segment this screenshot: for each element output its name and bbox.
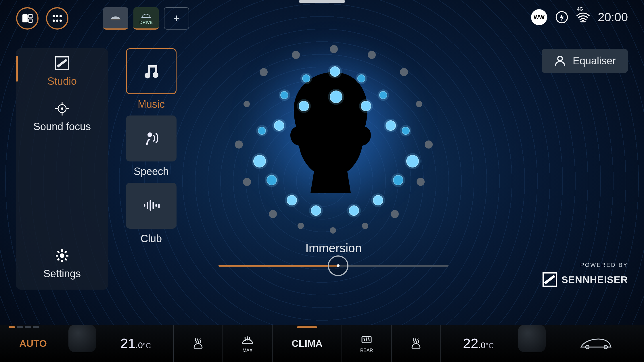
equaliser-button[interactable]: Equaliser [542,49,628,73]
viz-dot [280,91,288,99]
viz-dot [406,155,419,167]
svg-point-19 [558,56,562,61]
svg-point-8 [60,20,62,22]
music-icon [141,61,161,81]
svg-point-14 [61,107,63,110]
brand-name: SENNHEISER [561,274,628,285]
viz-dot [379,91,387,99]
preset-label: Speech [134,165,169,178]
speech-icon [141,128,161,149]
person-icon [554,55,566,67]
sidebar-item-label: Sound focus [33,121,91,133]
svg-rect-17 [155,65,157,73]
crosshair-icon [54,101,70,117]
climate-center-button[interactable]: CLIMA [292,338,323,349]
climate-bar: AUTO 21.0°C MAX CLIMA REAR [0,325,644,362]
immersion-visualisation [213,37,454,233]
sidebar-item-label: Settings [43,268,81,280]
viz-dot [386,120,396,131]
viz-dot [368,51,376,59]
viz-dot [302,74,310,82]
svg-rect-2 [29,19,32,22]
home-button[interactable] [16,7,39,30]
drag-handle[interactable] [299,0,345,3]
seat-heater-left-button[interactable] [191,325,205,362]
viz-dot [274,120,284,131]
seat-heater-right-button[interactable] [409,325,423,362]
svg-point-4 [56,15,58,17]
immersion-slider-block: Immersion [218,241,448,267]
defrost-rear-label: REAR [360,348,373,353]
viz-dot [269,210,277,218]
viz-dot [402,127,410,135]
immersion-slider[interactable] [218,265,448,267]
sidebar-item-settings[interactable]: Settings [43,248,81,280]
clock: 20:00 [598,10,628,24]
preset-speech[interactable]: Speech [126,115,177,178]
sidebar-item-label: Studio [47,75,77,87]
apps-button[interactable] [46,7,68,30]
viz-dot [258,127,266,135]
profile-badge[interactable]: WW [531,9,547,25]
head-silhouette [288,69,379,193]
viz-dot [393,175,403,185]
wireless-charging-icon [555,11,568,24]
shortcut-drive-label: DRIVE [139,20,153,25]
gear-icon [54,248,70,264]
defrost-front-button[interactable]: MAX [241,325,254,362]
svg-rect-1 [29,14,32,18]
viz-dot [253,155,266,167]
sennheiser-logo-icon [542,272,557,287]
viz-dot [330,90,342,103]
shortcut-drive[interactable]: DRIVE [133,7,159,30]
viz-dot [373,195,383,205]
powered-by-label: POWERED BY [542,262,628,268]
viz-dot [330,227,336,234]
sidebar-item-studio[interactable]: Studio [47,55,77,87]
viz-dot [391,210,399,218]
sennheiser-icon [54,55,70,71]
viz-dot [330,66,340,77]
viz-dot [349,205,359,216]
plus-icon: + [173,12,180,25]
viz-dot [235,140,243,149]
viz-dot [425,140,433,149]
svg-point-3 [53,15,55,17]
viz-dot [357,74,365,82]
svg-point-5 [60,15,62,17]
branding: POWERED BY SENNHEISER [542,262,628,287]
right-temperature[interactable]: 22.0°C [463,336,494,351]
svg-point-6 [53,20,55,22]
status-bar: WW 4G 20:00 [531,9,628,25]
svg-rect-9 [111,19,121,20]
svg-point-7 [56,20,58,22]
viz-dot [298,223,304,229]
preset-music[interactable]: Music [126,48,177,110]
sidebar-item-sound-focus[interactable]: Sound focus [33,101,91,133]
defrost-rear-button[interactable]: REAR [360,325,373,362]
svg-point-15 [60,253,64,258]
shortcut-add[interactable]: + [164,7,189,30]
slider-thumb[interactable] [328,255,348,276]
preset-label: Music [138,98,165,110]
vehicle-airflow-icon[interactable] [579,336,613,351]
shortcut-vehicle[interactable] [103,7,128,30]
viz-dot [260,68,268,76]
left-temperature[interactable]: 21.0°C [120,336,151,351]
viz-dot [267,175,277,185]
slider-label: Immersion [305,241,362,255]
viz-dot [243,178,251,186]
equaliser-label: Equaliser [573,55,616,67]
left-panel: Studio Sound focus Settings [16,48,108,290]
viz-dot [362,223,368,229]
right-dial[interactable] [518,325,546,352]
viz-dot [244,101,250,107]
left-dial[interactable] [68,325,96,352]
preset-club[interactable]: Club [126,183,177,245]
viz-dot [330,45,338,53]
defrost-front-label: MAX [243,348,253,353]
viz-dot [361,101,371,111]
preset-list: Music Speech Club [126,48,177,245]
club-icon [141,196,161,216]
auto-button[interactable]: AUTO [19,338,47,349]
